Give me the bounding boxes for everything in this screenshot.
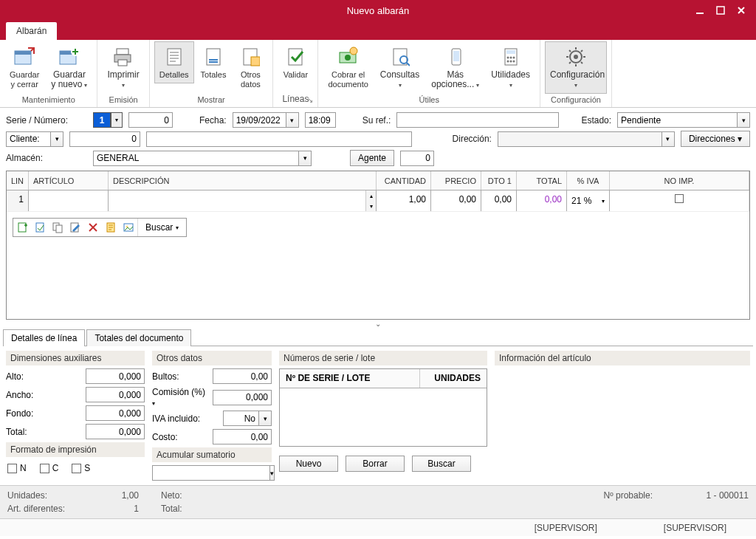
acum-input[interactable] bbox=[152, 465, 269, 481]
charge-doc-button[interactable]: Cobrar el documento bbox=[323, 41, 373, 93]
tb-new-icon[interactable] bbox=[13, 219, 31, 236]
tab-albaran[interactable]: Albarán bbox=[6, 22, 57, 40]
serie-buscar-button[interactable]: Buscar bbox=[412, 456, 471, 472]
cell-lin[interactable]: 1 bbox=[7, 190, 29, 211]
direccion-input[interactable] bbox=[498, 131, 662, 147]
cell-descripcion[interactable]: ▴▾ bbox=[109, 190, 377, 211]
more-options-button[interactable]: Más opciones... ▾ bbox=[426, 41, 484, 94]
tb-note-icon[interactable] bbox=[102, 219, 120, 236]
minimize-icon[interactable] bbox=[690, 2, 710, 18]
serie-nuevo-button[interactable]: Nuevo bbox=[279, 456, 338, 472]
fecha-input[interactable] bbox=[233, 112, 286, 128]
cliente-code-input[interactable] bbox=[69, 131, 140, 147]
cliente-label-combo[interactable]: ▾ bbox=[6, 131, 63, 147]
chevron-down-icon[interactable]: ▾ bbox=[258, 411, 272, 426]
tab-totales-doc[interactable]: Totales del documento bbox=[86, 329, 191, 346]
chevron-down-icon[interactable]: ▾ bbox=[50, 131, 63, 147]
fmt-n-check[interactable]: N bbox=[7, 463, 27, 473]
totals-button[interactable]: Totales bbox=[196, 41, 232, 83]
tb-edit-icon[interactable] bbox=[66, 219, 84, 236]
save-new-button[interactable]: Guardar y nuevo ▾ bbox=[46, 41, 92, 94]
cell-noimp[interactable] bbox=[610, 190, 749, 211]
spin-down-icon[interactable]: ▾ bbox=[365, 201, 376, 211]
utilities-button[interactable]: Utilidades▾ bbox=[486, 41, 535, 94]
cell-iva[interactable]: 21 %▾ bbox=[567, 190, 610, 211]
acum-combo[interactable]: ▾ bbox=[152, 465, 272, 481]
fondo-input[interactable] bbox=[86, 405, 145, 421]
tab-detalles-linea[interactable]: Detalles de línea bbox=[3, 329, 85, 346]
chevron-down-icon[interactable]: ▾ bbox=[298, 151, 312, 166]
serie-h1[interactable]: Nº DE SERIE / LOTE bbox=[280, 369, 420, 388]
close-icon[interactable] bbox=[731, 2, 752, 18]
fecha-combo[interactable]: ▾ bbox=[233, 112, 299, 128]
hora-input[interactable] bbox=[305, 112, 336, 128]
cell-dto1[interactable]: 0,00 bbox=[481, 190, 517, 211]
table-row[interactable]: 1 ▴▾ 1,00 0,00 0,00 0,00 21 %▾ bbox=[7, 190, 749, 211]
h-cantidad[interactable]: CANTIDAD bbox=[377, 171, 431, 190]
direccion-combo[interactable]: ▾ bbox=[498, 131, 675, 147]
chevron-down-icon[interactable]: ▾ bbox=[602, 198, 605, 205]
tb-copy-icon[interactable] bbox=[49, 219, 66, 236]
validate-button[interactable]: Validar bbox=[278, 41, 313, 83]
costo-input[interactable] bbox=[213, 429, 272, 444]
estado-combo[interactable]: ▾ bbox=[617, 112, 750, 128]
other-data-button[interactable]: Otros datos bbox=[233, 41, 268, 93]
comision-input[interactable] bbox=[213, 390, 272, 405]
almacen-input[interactable] bbox=[93, 151, 298, 166]
h-noimp[interactable]: NO IMP. bbox=[610, 171, 749, 190]
numero-input[interactable] bbox=[128, 112, 173, 128]
serie-borrar-button[interactable]: Borrar bbox=[346, 456, 405, 472]
chevron-down-icon[interactable]: ▾ bbox=[286, 112, 299, 128]
estado-input[interactable] bbox=[617, 112, 737, 128]
lines-launcher-icon[interactable]: ↘ bbox=[307, 96, 313, 104]
tb-image-icon[interactable] bbox=[120, 219, 137, 236]
fmt-s-check[interactable]: S bbox=[72, 463, 90, 473]
cell-precio[interactable]: 0,00 bbox=[431, 190, 481, 211]
details-button[interactable]: Detalles bbox=[154, 41, 194, 83]
alto-input[interactable] bbox=[86, 368, 145, 384]
almacen-combo[interactable]: ▾ bbox=[93, 151, 312, 166]
h-descripcion[interactable]: DESCRIPCIÓN bbox=[109, 171, 377, 190]
cell-articulo[interactable] bbox=[29, 190, 109, 211]
h-precio[interactable]: PRECIO bbox=[431, 171, 481, 190]
serie-dropdown-icon[interactable]: ▾ bbox=[111, 112, 123, 128]
serie-combo[interactable]: 1 bbox=[93, 112, 111, 128]
cell-total[interactable]: 0,00 bbox=[517, 190, 567, 211]
chevron-down-icon[interactable]: ▾ bbox=[737, 112, 750, 128]
iva-inc-combo[interactable]: ▾ bbox=[223, 411, 272, 426]
tb-insert-icon[interactable] bbox=[31, 219, 49, 236]
chevron-down-icon[interactable]: ▾ bbox=[662, 131, 675, 147]
unidades-value: 1,00 bbox=[103, 490, 139, 501]
collapse-notch-icon[interactable]: ⌄ bbox=[0, 320, 756, 329]
total-dim-input[interactable] bbox=[86, 424, 145, 439]
print-button[interactable]: Imprimir▾ bbox=[102, 41, 144, 94]
tb-delete-icon[interactable] bbox=[84, 219, 102, 236]
h-iva[interactable]: % IVA bbox=[567, 171, 610, 190]
cell-cantidad[interactable]: 1,00 bbox=[377, 190, 431, 211]
noimp-checkbox[interactable] bbox=[675, 194, 684, 203]
su-ref-input[interactable] bbox=[396, 112, 559, 128]
status-user1: [SUPERVISOR] bbox=[535, 523, 597, 533]
maximize-icon[interactable] bbox=[710, 2, 731, 18]
bultos-input[interactable] bbox=[213, 368, 272, 384]
iva-inc-input[interactable] bbox=[223, 411, 258, 426]
fmt-c-check[interactable]: C bbox=[40, 463, 59, 473]
h-articulo[interactable]: ARTÍCULO bbox=[29, 171, 109, 190]
agente-input[interactable] bbox=[400, 151, 434, 166]
gear-icon bbox=[564, 45, 588, 69]
h-lin[interactable]: LIN bbox=[7, 171, 29, 190]
queries-button[interactable]: Consultas▾ bbox=[375, 41, 425, 94]
ancho-input[interactable] bbox=[86, 387, 145, 402]
spin-up-icon[interactable]: ▴ bbox=[365, 190, 376, 201]
serie-h2[interactable]: UNIDADES bbox=[420, 369, 487, 388]
config-button[interactable]: Configuración▾ bbox=[545, 41, 607, 94]
agente-button[interactable]: Agente bbox=[350, 150, 394, 166]
direcciones-button[interactable]: Direcciones ▾ bbox=[681, 131, 750, 147]
tb-search-button[interactable]: Buscar▾ bbox=[137, 219, 186, 236]
save-close-button[interactable]: Guardar y cerrar bbox=[4, 41, 44, 93]
h-dto1[interactable]: DTO 1 bbox=[481, 171, 517, 190]
h-total[interactable]: TOTAL bbox=[517, 171, 567, 190]
chevron-down-icon[interactable]: ▾ bbox=[269, 465, 275, 481]
serie-body[interactable] bbox=[280, 388, 487, 446]
cliente-name-input[interactable] bbox=[146, 131, 412, 147]
